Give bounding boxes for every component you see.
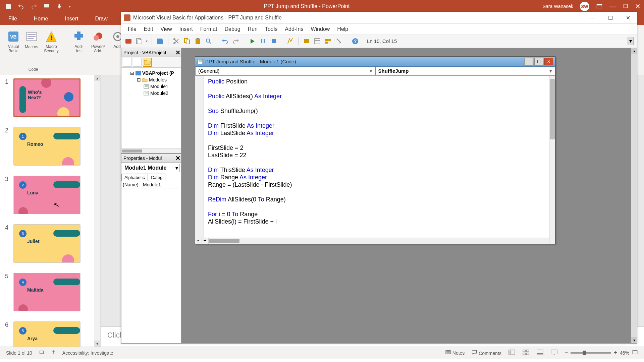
view-reading-icon[interactable] bbox=[536, 349, 544, 356]
zoom-out-icon[interactable]: − bbox=[565, 349, 568, 356]
zoom-level[interactable]: 46% bbox=[620, 350, 629, 356]
slide-thumb-2[interactable]: 2 1 Romeo bbox=[5, 127, 97, 166]
menu-edit[interactable]: Edit bbox=[141, 25, 157, 34]
more-dropdown-icon[interactable]: ▾ bbox=[69, 4, 71, 9]
code-proc-dropdown[interactable]: ShuffleJump ▾ bbox=[375, 67, 555, 75]
macros-button[interactable]: Macros bbox=[25, 28, 38, 53]
reset-icon[interactable] bbox=[270, 37, 278, 45]
undo2-icon[interactable] bbox=[221, 37, 229, 45]
break-icon[interactable] bbox=[259, 37, 267, 45]
copy-icon[interactable] bbox=[183, 37, 191, 45]
tree-module2[interactable]: Module2 bbox=[123, 90, 179, 97]
project-panel-header[interactable]: Project - VBAProject ✕ bbox=[121, 48, 181, 57]
help-icon[interactable]: ? bbox=[351, 37, 359, 45]
menu-format[interactable]: Format bbox=[197, 25, 221, 34]
powerpoint-addins-button[interactable]: PowerP Add- bbox=[90, 28, 106, 53]
slide-thumb-4[interactable]: 4 3 Juliet bbox=[5, 224, 97, 263]
properties-icon[interactable] bbox=[313, 37, 321, 45]
code-object-dropdown[interactable]: (General) ▾ bbox=[195, 67, 375, 75]
properties-object-dropdown[interactable]: Module1 Module ▾ bbox=[123, 164, 180, 172]
view-slideshow-icon[interactable] bbox=[550, 349, 558, 356]
visual-basic-button[interactable]: VB Visual Basic bbox=[7, 28, 20, 53]
menu-debug[interactable]: Debug bbox=[221, 25, 244, 34]
close-icon[interactable]: ✕ bbox=[635, 2, 641, 10]
menu-addins[interactable]: Add-Ins bbox=[281, 25, 307, 34]
tab-draw[interactable]: Draw bbox=[92, 14, 111, 24]
tab-home[interactable]: Home bbox=[31, 14, 52, 24]
accessibility-icon[interactable] bbox=[51, 350, 56, 356]
find-icon[interactable] bbox=[205, 37, 213, 45]
paste-icon[interactable] bbox=[194, 37, 202, 45]
zoom-slider[interactable] bbox=[571, 352, 611, 354]
present-icon[interactable] bbox=[43, 3, 50, 10]
cut-icon[interactable] bbox=[172, 37, 180, 45]
project-h-scrollbar[interactable] bbox=[122, 149, 142, 153]
menu-window[interactable]: Window bbox=[307, 25, 333, 34]
vba-titlebar[interactable]: Microsoft Visual Basic for Applications … bbox=[121, 12, 637, 24]
prop-tab-categ[interactable]: Categ bbox=[148, 174, 166, 181]
run-icon[interactable] bbox=[248, 37, 256, 45]
menu-view[interactable]: View bbox=[157, 25, 175, 34]
tree-minus-icon[interactable]: ⊟ bbox=[130, 70, 134, 76]
addins-button[interactable]: Add-ins bbox=[72, 28, 86, 53]
proc-view-icon[interactable]: ≡ bbox=[195, 238, 202, 244]
code-v-scrollbar[interactable] bbox=[549, 76, 555, 238]
code-min-icon[interactable]: — bbox=[524, 58, 533, 65]
thumbnail-scrollbar[interactable]: ▲ ▼ bbox=[94, 75, 100, 347]
minimize-icon[interactable]: — bbox=[609, 3, 616, 10]
touch-icon[interactable] bbox=[56, 3, 63, 10]
accessibility-status[interactable]: Accessibility: Investigate bbox=[62, 350, 113, 356]
design-icon[interactable] bbox=[286, 37, 294, 45]
toolbox-icon[interactable] bbox=[335, 37, 343, 45]
tree-module1[interactable]: Module1 bbox=[123, 83, 179, 90]
maximize-icon[interactable] bbox=[623, 3, 628, 10]
project-close-icon[interactable]: ✕ bbox=[175, 49, 180, 56]
tree-minus-icon[interactable]: ⊟ bbox=[137, 77, 141, 82]
menu-help[interactable]: Help bbox=[334, 25, 352, 34]
slide-thumb-6[interactable]: 6 5 Arya bbox=[5, 321, 97, 347]
undo-icon[interactable] bbox=[18, 3, 24, 10]
user-avatar[interactable]: SW bbox=[580, 2, 589, 11]
properties-panel-header[interactable]: Properties - Modul ✕ bbox=[121, 154, 181, 163]
view-sorter-icon[interactable] bbox=[522, 349, 530, 356]
save-icon[interactable] bbox=[5, 3, 12, 10]
comments-toggle[interactable]: Comments bbox=[471, 350, 501, 356]
pp-view-icon[interactable] bbox=[124, 37, 132, 45]
menu-insert[interactable]: Insert bbox=[176, 25, 196, 34]
slide-thumb-1[interactable]: 1 Who's Next? bbox=[5, 78, 97, 117]
vba-minimize-icon[interactable]: — bbox=[586, 13, 599, 23]
code-titlebar[interactable]: PPT Jump and Shuffle - Module1 (Code) — … bbox=[195, 57, 555, 67]
tab-file[interactable]: File bbox=[5, 14, 20, 24]
notes-toggle[interactable]: Notes bbox=[445, 350, 465, 356]
view-normal-icon[interactable] bbox=[508, 349, 516, 356]
ribbon-display-icon[interactable] bbox=[596, 3, 603, 10]
insert-module-icon[interactable] bbox=[135, 37, 143, 45]
toggle-folders-icon[interactable] bbox=[143, 58, 152, 67]
vba-maximize-icon[interactable]: ☐ bbox=[604, 13, 617, 23]
language-icon[interactable] bbox=[39, 350, 44, 356]
redo-icon[interactable] bbox=[31, 3, 37, 10]
macro-security-button[interactable]: ! Macro Security bbox=[43, 28, 60, 53]
menu-run[interactable]: Run bbox=[245, 25, 261, 34]
code-max-icon[interactable]: ☐ bbox=[534, 58, 543, 65]
scroll-down-icon[interactable]: ▼ bbox=[94, 341, 100, 347]
object-browser-icon[interactable] bbox=[324, 37, 332, 45]
mdi-v-scrollbar[interactable]: ▲ ▼ bbox=[631, 48, 637, 343]
tree-project-root[interactable]: ⊟ VBAProject (P bbox=[123, 70, 179, 76]
fit-window-icon[interactable] bbox=[632, 350, 638, 356]
code-close-icon[interactable]: ✕ bbox=[544, 58, 553, 65]
view-object-icon[interactable] bbox=[133, 58, 142, 67]
prop-tab-alpha[interactable]: Alphabetic bbox=[121, 174, 148, 181]
redo2-icon[interactable] bbox=[232, 37, 240, 45]
full-view-icon[interactable]: ≣ bbox=[202, 238, 209, 244]
menu-file[interactable]: File bbox=[124, 25, 140, 34]
slide-thumb-3[interactable]: 3 2 Luna bbox=[5, 176, 97, 214]
properties-close-icon[interactable]: ✕ bbox=[175, 155, 180, 162]
vba-close-icon[interactable]: ✕ bbox=[622, 13, 634, 23]
menu-tools[interactable]: Tools bbox=[262, 25, 281, 34]
code-editor[interactable]: Public Position Public AllSlides() As In… bbox=[204, 76, 549, 238]
view-code-icon[interactable] bbox=[123, 58, 131, 67]
slide-thumb-5[interactable]: 5 4 Maltida bbox=[5, 273, 97, 311]
scroll-up-icon[interactable]: ▲ bbox=[94, 75, 100, 81]
toolbar-overflow-icon[interactable]: ▾ bbox=[628, 37, 634, 45]
